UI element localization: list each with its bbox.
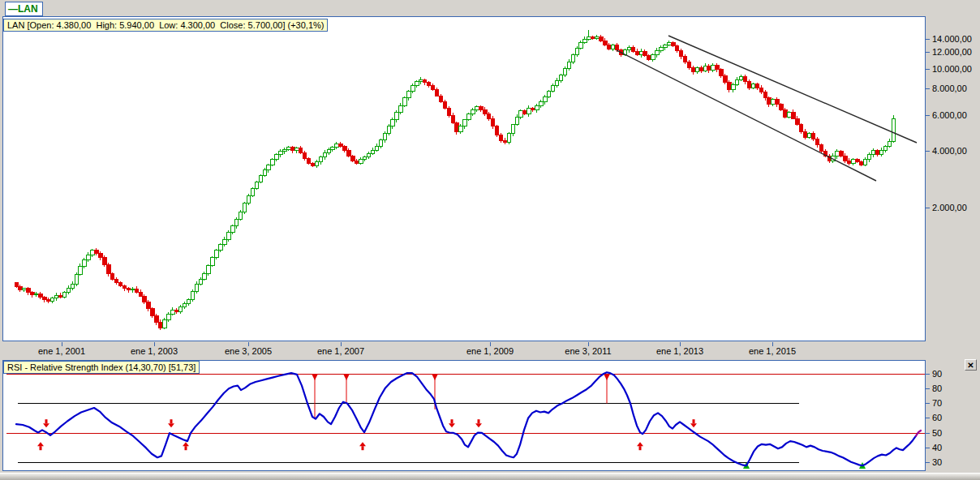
price-axis-tick <box>926 69 930 70</box>
time-axis-tick <box>341 342 342 346</box>
time-axis-tick <box>154 342 155 346</box>
candles <box>15 30 896 331</box>
legend-symbol-label: LAN <box>18 3 38 15</box>
rsi-indicator-label: RSI - Relative Strength Index (14,30,70)… <box>3 361 200 374</box>
time-axis-tick <box>62 342 62 346</box>
rsi-chart[interactable] <box>3 361 925 470</box>
rsi-axis-tick <box>926 374 930 375</box>
rsi-axis-tick <box>926 418 930 418</box>
series-legend[interactable]: —LAN <box>5 2 43 16</box>
time-axis-label: ene 1, 2003 <box>131 346 178 356</box>
rsi-axis-tick <box>926 388 930 389</box>
rsi-axis-label: 70 <box>932 398 942 408</box>
down-arrow-marker[interactable] <box>449 419 455 427</box>
sell-signal-marker[interactable] <box>343 374 350 404</box>
sell-signal-marker[interactable] <box>604 374 610 404</box>
chart-application-window: —LAN LAN [Open: 4.380,00 High: 5.940,00 … <box>0 0 980 480</box>
time-axis-label: ene 1, 2007 <box>317 346 364 356</box>
price-axis-label: 12.000,00 <box>932 47 972 57</box>
time-axis-tick <box>490 342 491 346</box>
rsi-axis-label: 90 <box>932 369 942 379</box>
price-axis-tick <box>926 115 930 116</box>
down-arrow-marker[interactable] <box>690 419 697 427</box>
up-arrow-marker[interactable] <box>359 442 366 450</box>
time-axis-tick <box>772 342 773 346</box>
ohlc-info-bar: LAN [Open: 4.380,00 High: 5.940,00 Low: … <box>3 19 328 32</box>
rsi-indicator-panel[interactable] <box>2 360 926 471</box>
time-axis-label: ene 1, 2009 <box>466 346 514 356</box>
rsi-axis-label: 30 <box>932 457 942 467</box>
price-axis-label: 8.000,00 <box>932 84 967 93</box>
time-axis-label: ene 1, 2001 <box>38 346 85 356</box>
time-axis-tick <box>248 342 249 346</box>
price-axis-tick <box>926 39 930 40</box>
down-arrow-marker[interactable] <box>168 419 174 427</box>
time-axis-label: ene 1, 2013 <box>656 346 703 356</box>
rsi-axis-label: 60 <box>932 413 942 422</box>
close-indicator-button[interactable]: ✕ <box>965 359 977 371</box>
price-axis-label: 2.000,00 <box>932 203 967 212</box>
price-axis-tick <box>926 88 930 89</box>
close-icon: ✕ <box>967 361 974 370</box>
trend-channel-line[interactable] <box>668 36 917 143</box>
price-axis-tick <box>926 52 930 53</box>
time-axis-label: ene 3, 2011 <box>565 346 611 356</box>
legend-line-swatch: — <box>8 3 17 15</box>
price-axis-label: 6.000,00 <box>932 110 967 120</box>
price-axis-label: 14.000,00 <box>932 34 972 44</box>
up-arrow-marker[interactable] <box>637 442 643 450</box>
time-axis-tick <box>588 342 589 346</box>
rsi-line <box>16 372 916 465</box>
up-arrow-marker[interactable] <box>37 442 44 450</box>
rsi-axis-label: 50 <box>932 428 942 438</box>
down-arrow-marker[interactable] <box>475 419 482 427</box>
rsi-axis-tick <box>926 448 930 448</box>
rsi-axis-tick <box>926 433 930 434</box>
rsi-axis-label: 40 <box>932 443 942 452</box>
time-axis-label: ene 1, 2015 <box>749 346 796 356</box>
rsi-axis-label: 80 <box>932 384 942 393</box>
down-arrow-marker[interactable] <box>43 419 49 427</box>
time-axis-tick <box>680 342 681 346</box>
price-axis-tick <box>926 151 930 152</box>
price-axis-label: 10.000,00 <box>932 64 972 74</box>
candlestick-chart-panel[interactable] <box>2 16 926 341</box>
rsi-axis-tick <box>926 462 930 463</box>
sell-signal-marker[interactable] <box>312 374 318 419</box>
window-resize-strip <box>0 473 980 480</box>
up-arrow-marker[interactable] <box>183 442 189 450</box>
rsi-axis-tick <box>926 403 930 404</box>
price-axis-tick <box>926 208 930 208</box>
price-axis-label: 4.000,00 <box>932 146 967 156</box>
candlestick-chart[interactable] <box>3 17 925 341</box>
time-axis-label: ene 3, 2005 <box>225 346 272 356</box>
